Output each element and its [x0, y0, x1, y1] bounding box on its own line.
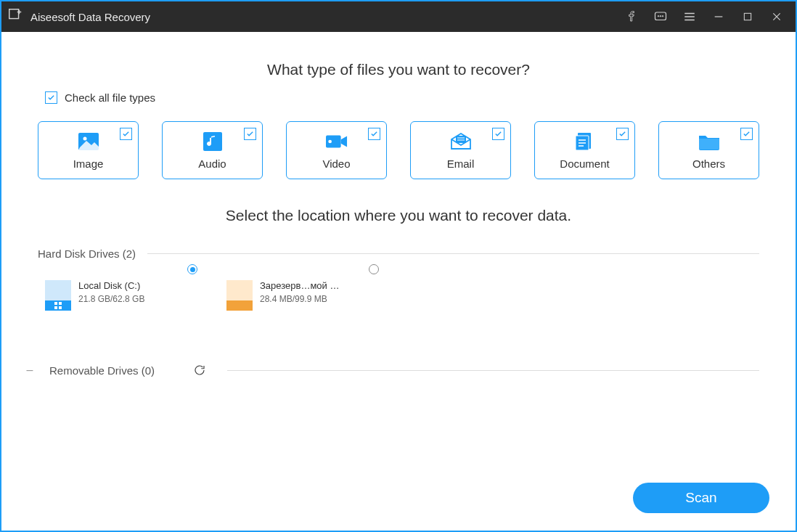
divider [227, 370, 759, 371]
maximize-button[interactable] [735, 4, 761, 30]
refresh-icon[interactable] [192, 363, 207, 377]
svg-point-3 [660, 16, 661, 17]
svg-point-2 [658, 16, 659, 17]
filetype-checkbox-email[interactable] [492, 128, 504, 140]
filetype-card-email[interactable]: Email [410, 121, 511, 179]
svg-rect-17 [54, 306, 57, 309]
filetype-label: Audio [198, 157, 226, 170]
filetype-card-video[interactable]: Video [286, 121, 387, 179]
drive-name: Local Disk (C:) [78, 280, 144, 291]
titlebar: Aiseesoft Data Recovery [1, 1, 796, 32]
audio-icon [202, 131, 224, 152]
filetype-checkbox-document[interactable] [616, 128, 629, 140]
filetype-checkbox-audio[interactable] [244, 128, 256, 140]
svg-point-10 [328, 139, 332, 143]
scan-button[interactable]: Scan [633, 483, 769, 513]
heading-filetypes: What type of files you want to recover? [38, 61, 759, 78]
check-all-label: Check all file types [65, 91, 155, 104]
hdd-section-title: Hard Disk Drives (2) [38, 247, 136, 260]
svg-rect-0 [9, 9, 19, 19]
filetype-label: Document [560, 157, 609, 170]
filetype-label: Image [73, 157, 104, 170]
svg-rect-11 [456, 136, 466, 143]
svg-rect-15 [54, 302, 57, 305]
app-title: Aiseesoft Data Recovery [30, 11, 150, 23]
drive-radio-c[interactable] [187, 264, 197, 274]
drive-item-reserved[interactable]: Зарезерв…мой (*:) 28.4 MB/99.9 MB [226, 280, 364, 311]
svg-rect-14 [699, 139, 719, 150]
filetype-card-others[interactable]: Others [658, 121, 759, 179]
drive-radio-reserved[interactable] [369, 264, 379, 274]
heading-location: Select the location where you want to re… [38, 207, 759, 224]
app-logo-icon [7, 7, 23, 26]
svg-rect-5 [744, 13, 751, 20]
drive-name: Зарезерв…мой (*:) [260, 280, 340, 291]
minimize-button[interactable] [706, 4, 732, 30]
filetype-card-image[interactable]: Image [38, 121, 139, 179]
video-icon [326, 131, 348, 152]
svg-point-4 [662, 16, 663, 17]
drive-size: 21.8 GB/62.8 GB [78, 294, 144, 304]
hdd-section-header: Hard Disk Drives (2) [38, 247, 759, 260]
filetype-label: Video [322, 157, 350, 170]
filetype-card-audio[interactable]: Audio [162, 121, 263, 179]
svg-rect-16 [59, 302, 62, 305]
svg-rect-9 [326, 135, 341, 147]
document-icon [574, 131, 596, 152]
drive-item-c[interactable]: Local Disk (C:) 21.8 GB/62.8 GB [45, 280, 183, 311]
drive-icon [45, 280, 71, 311]
removable-section-header: – Removable Drives (0) [38, 363, 759, 377]
check-all-row[interactable]: Check all file types [45, 91, 759, 104]
image-icon [78, 131, 99, 152]
svg-point-7 [83, 136, 86, 140]
app-window: Aiseesoft Data Recovery What type o [0, 0, 797, 532]
drive-icon [226, 280, 253, 311]
facebook-icon[interactable] [618, 4, 645, 30]
removable-section-title: Removable Drives (0) [49, 364, 155, 377]
filetype-checkbox-image[interactable] [120, 128, 132, 140]
filetype-checkbox-others[interactable] [740, 128, 753, 140]
divider [147, 253, 759, 254]
filetype-label: Others [692, 157, 725, 170]
svg-rect-8 [203, 132, 222, 151]
drives-list: Local Disk (C:) 21.8 GB/62.8 GB Зарезерв… [45, 280, 759, 311]
collapse-icon[interactable]: – [26, 364, 33, 377]
filetype-checkbox-video[interactable] [368, 128, 380, 140]
feedback-icon[interactable] [647, 4, 674, 30]
folder-icon [698, 131, 720, 152]
menu-icon[interactable] [677, 4, 703, 30]
drive-size: 28.4 MB/99.9 MB [260, 294, 340, 304]
content-area: What type of files you want to recover? … [1, 32, 796, 531]
check-all-checkbox[interactable] [45, 91, 57, 104]
filetype-card-document[interactable]: Document [534, 121, 635, 179]
filetypes-grid: Image Audio Video [38, 121, 759, 179]
svg-rect-18 [59, 306, 62, 309]
email-icon [450, 131, 472, 152]
close-button[interactable] [764, 4, 790, 30]
filetype-label: Email [447, 157, 475, 170]
